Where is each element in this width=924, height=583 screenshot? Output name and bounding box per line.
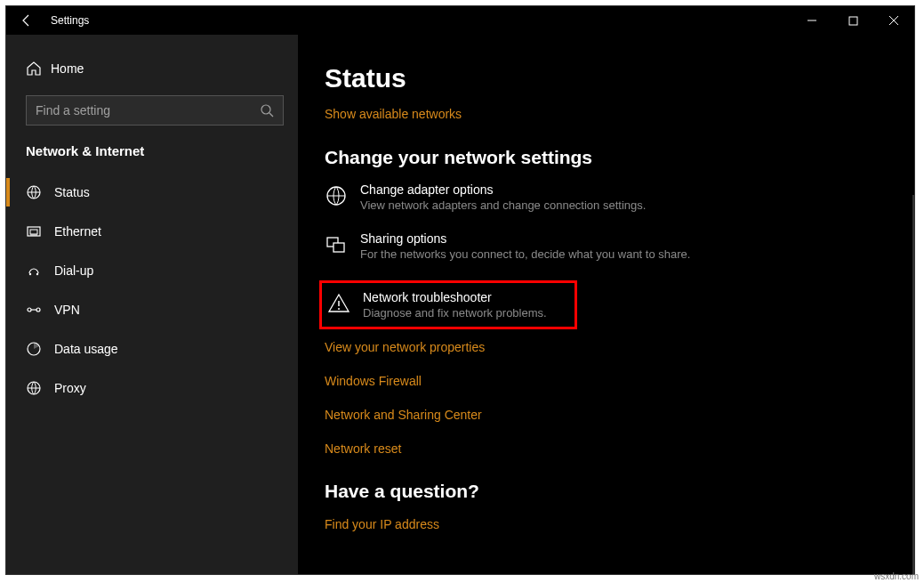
row-subtitle: Diagnose and fix network problems. [363,306,547,320]
main-content: Status Show available networks Change yo… [298,35,914,574]
svg-rect-0 [849,17,857,25]
svg-point-7 [28,308,31,312]
link-windows-firewall[interactable]: Windows Firewall [325,374,914,388]
row-subtitle: For the networks you connect to, decide … [360,247,690,261]
globe-icon [26,380,51,396]
link-find-ip[interactable]: Find your IP address [325,517,439,531]
sidebar-item-ethernet[interactable]: Ethernet [6,212,298,251]
svg-point-6 [36,273,38,275]
row-sharing-options[interactable]: Sharing options For the networks you con… [325,231,914,261]
link-network-properties[interactable]: View your network properties [325,340,914,354]
globe-icon [26,184,51,200]
row-network-troubleshooter[interactable]: Network troubleshooter Diagnose and fix … [319,280,577,329]
sidebar-item-status[interactable]: Status [6,173,298,212]
link-network-reset[interactable]: Network reset [325,441,914,456]
page-title: Status [325,63,914,93]
row-title: Change adapter options [360,182,646,197]
home-icon [26,61,51,77]
sidebar: Home Network & Internet Status [6,35,298,574]
settings-window: Settings Home [5,5,915,575]
row-subtitle: View network adapters and change connect… [360,198,646,212]
scroll-track[interactable] [912,195,914,574]
row-title: Network troubleshooter [363,290,547,304]
dialup-icon [26,263,51,279]
svg-point-14 [338,308,340,310]
watermark: wsxdn.com [874,571,919,581]
sidebar-item-data-usage[interactable]: Data usage [6,329,298,368]
home-button[interactable]: Home [6,51,298,86]
search-box[interactable] [26,95,284,126]
section-title: Change your network settings [325,147,914,168]
search-icon [260,103,274,117]
search-input[interactable] [36,103,260,117]
svg-point-5 [29,273,31,275]
row-title: Sharing options [360,231,690,246]
ethernet-icon [26,223,51,239]
vpn-icon [26,303,51,317]
sidebar-item-label: Dial-up [51,263,93,278]
titlebar: Settings [6,6,914,35]
data-icon [26,341,51,357]
back-button[interactable] [6,6,47,35]
home-label: Home [51,61,84,76]
adapter-icon [325,182,360,207]
sidebar-item-label: VPN [51,303,80,317]
question-title: Have a question? [325,481,914,502]
sidebar-item-label: Data usage [51,342,118,356]
svg-point-8 [36,308,40,312]
link-show-networks[interactable]: Show available networks [325,107,462,121]
sidebar-item-proxy[interactable]: Proxy [6,368,298,408]
sharing-icon [325,231,360,256]
sidebar-item-label: Ethernet [51,224,101,239]
svg-rect-13 [333,243,344,252]
sidebar-category: Network & Internet [6,143,298,173]
warning-icon [327,290,363,315]
svg-rect-4 [30,230,37,234]
sidebar-item-label: Proxy [51,381,86,395]
window-title: Settings [47,14,89,27]
minimize-button[interactable] [791,6,832,35]
sidebar-item-dialup[interactable]: Dial-up [6,251,298,290]
link-network-sharing-center[interactable]: Network and Sharing Center [325,408,914,422]
row-adapter-options[interactable]: Change adapter options View network adap… [325,182,914,212]
maximize-button[interactable] [832,6,873,35]
svg-point-1 [261,105,270,114]
sidebar-item-label: Status [51,185,90,199]
close-button[interactable] [873,6,914,35]
sidebar-item-vpn[interactable]: VPN [6,290,298,329]
